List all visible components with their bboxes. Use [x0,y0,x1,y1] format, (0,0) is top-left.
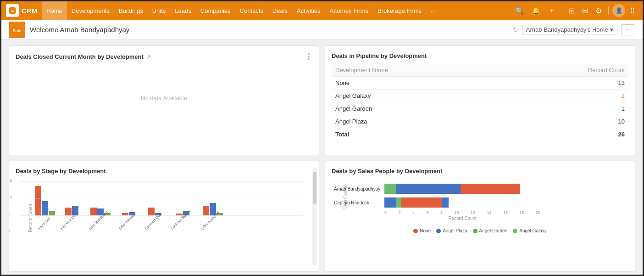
pipeline-table: Development Name Record Count None 13 An… [332,64,628,141]
nav-more[interactable]: ··· [426,1,440,20]
crm-logo-text: CRM [22,7,37,15]
nav-leads[interactable]: Leads [170,1,195,20]
card1-menu-icon[interactable]: ⋮ [305,52,312,61]
col-dev-name: Development Name [332,64,503,77]
deals-pipeline-card: Deals in Pipeline by Development Develop… [325,45,635,155]
legend-dot-galaxy [513,229,517,233]
nav-developments[interactable]: Developments [67,1,114,20]
main-content: Deals Closed Current Month by Developmen… [1,40,643,276]
table-row[interactable]: Angel Garden 1 [332,102,628,115]
bar-red [35,186,41,216]
hbar-row-captain: Captain Haddock [384,197,624,208]
legend-dot-none [413,229,418,233]
captain-seg-none [401,197,442,208]
captain-seg-plaza1 [384,197,396,208]
legend-angel-galaxy: Angel Galaxy [513,228,546,233]
nav-units[interactable]: Units [148,1,171,20]
table-row[interactable]: None 13 [332,77,628,90]
hbar-row-arnab: Arnab Bandyapadhyay [384,184,624,194]
top-navigation: ∞ CRM Home Developments Buildings Units … [1,1,643,20]
stage-bar-contractout: Contract Out [144,208,165,232]
no-data-message: No data Available [16,66,312,130]
legend-label-garden: Angel Garden [479,228,508,233]
x-tick-14: 14 [487,210,491,215]
stage-bar-offeraccepted: Offer Accepted [200,203,225,232]
hbar-rows-container: Arnab Bandyapadhyay Captain Haddock [384,184,624,221]
x-tick-2: 2 [398,210,400,215]
x-tick-12: 12 [471,210,475,215]
header-welcome: Welcome Arnab Bandyapadhyay [30,26,129,34]
stage-bar-sitevisit: Site Visit Done [60,206,83,232]
total-label: Total [332,128,503,141]
mail-icon[interactable]: ✉ [579,6,591,15]
legend-label-none: None [420,228,431,233]
arnab-bars [384,184,540,194]
x-tick-18: 18 [519,210,524,215]
header-bar: Sale Welcome Arnab Bandyapadhyay ↻ Arnab… [1,20,643,40]
deals-pipeline-title-text: Deals in Pipeline by Development [332,52,427,59]
logo-icon: ∞ [6,4,19,17]
nav-links: Home Developments Buildings Units Leads … [42,1,512,20]
captain-label: Captain Haddock [334,200,369,205]
nav-home[interactable]: Home [42,1,67,20]
deals-closed-card: Deals Closed Current Month by Developmen… [9,45,319,155]
stage-grid: 15 10 5 0 Interested [33,181,303,232]
x-tick-6: 6 [426,210,428,215]
deals-stage-title: Deals by Stage by Development [16,168,312,175]
nav-contacts[interactable]: Contacts [235,1,268,20]
table-row[interactable]: Angel Plaza 10 [332,115,628,128]
col-record-count: Record Count [503,64,628,77]
user-avatar[interactable]: 👤 [612,4,625,17]
deals-closed-title-text: Deals Closed Current Month by Developmen… [16,53,144,60]
dev-name-angel-garden: Angel Garden [332,102,503,115]
legend-angel-plaza: Angel Plaza [436,228,467,233]
nav-brokerage-firms[interactable]: Brokerage Firms [373,1,426,20]
arnab-seg-none [461,184,520,194]
divider2 [608,6,609,15]
refresh-icon[interactable]: ↻ [513,26,518,34]
stage-y-label: Record Count [28,204,33,232]
nav-activities[interactable]: Activities [292,1,325,20]
chevron-down-icon: ▾ [610,26,613,33]
legend-angel-garden: Angel Garden [473,228,508,233]
x-tick-8: 8 [440,210,443,215]
captain-bars [384,197,540,208]
stage-bar-interested: Interested [35,186,55,232]
count-angel-galaxy: 2 [503,90,628,102]
scrollbar[interactable] [312,168,317,265]
svg-text:Sale: Sale [13,28,22,33]
hbar-chart-wrapper: Deal Owner Arnab Bandyapadhyay Captain H… [332,179,628,225]
bell-icon[interactable]: 🔔 [529,6,544,15]
nav-deals[interactable]: Deals [268,1,292,20]
nav-buildings[interactable]: Buildings [114,1,148,20]
apps-icon[interactable]: ⠿ [627,6,638,15]
hbar-x-label: Record Count [384,216,540,221]
nav-attorney-firms[interactable]: Attorney Firms [325,1,373,20]
deals-pipeline-title: Deals in Pipeline by Development [332,52,628,59]
settings-icon[interactable]: ⚙ [593,6,605,15]
legend-none: None [413,228,431,233]
deals-salespeople-title: Deals by Sales People by Development [332,168,628,175]
bar-blue [42,201,48,216]
search-icon[interactable]: 🔍 [512,6,527,15]
table-row[interactable]: Angel Galaxy 2 [332,90,628,102]
x-tick-20: 20 [536,210,540,215]
nav-companies[interactable]: Companies [196,1,235,20]
grid-icon[interactable]: ⊞ [566,6,577,15]
header-more-button[interactable]: ··· [621,24,635,35]
stage-bar-contractsigned: Contract Signed [170,211,196,232]
plus-icon[interactable]: ＋ [545,6,558,16]
header-logo: Sale Welcome Arnab Bandyapadhyay [9,22,129,38]
deals-closed-title: Deals Closed Current Month by Developmen… [16,52,312,61]
external-link-icon: ↗ [146,54,151,60]
legend-label-galaxy: Angel Galaxy [519,228,546,233]
nav-actions: 🔍 🔔 ＋ ⊞ ✉ ⚙ 👤 ⠿ [512,4,638,17]
scroll-thumb [313,172,316,204]
x-tick-4: 4 [412,210,415,215]
legend-dot-garden [473,229,477,233]
legend-dot-plaza [436,229,441,233]
home-selector[interactable]: Arnab Bandyapadhyay's Home ▾ [522,25,617,34]
deals-salespeople-card: Deals by Sales People by Development Dea… [325,161,635,272]
x-tick-16: 16 [503,210,508,215]
dev-name-angel-plaza: Angel Plaza [332,115,503,128]
